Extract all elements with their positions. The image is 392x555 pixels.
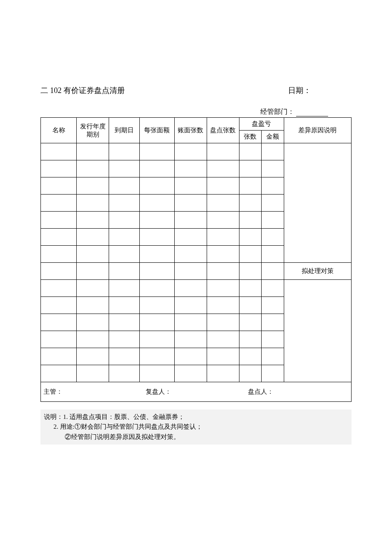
countermeasure-cell (284, 280, 351, 382)
note-line-2: 2. 用途:①财会部门与经管部门共同盘点及共同签认； (44, 422, 348, 432)
table-row (41, 143, 352, 160)
col-due-date: 到期日 (109, 118, 140, 143)
reviewer-label: 复盘人： (146, 388, 248, 396)
supervisor-label: 主管： (43, 388, 146, 396)
col-gl-amount: 金额 (262, 131, 284, 143)
col-book-count: 账面张数 (174, 118, 207, 143)
department-label: 经管部门： (260, 108, 294, 115)
date-label: 日期： (288, 85, 311, 96)
department-underline (296, 116, 328, 116)
col-issue-period: 发行年度期别 (77, 118, 109, 143)
variance-reason-cell (284, 143, 351, 263)
page-title: 二 102 有价证券盘点清册 (40, 85, 125, 96)
counter-label: 盘点人： (248, 388, 350, 396)
col-name: 名称 (41, 118, 77, 143)
col-actual-count: 盘点张数 (207, 118, 239, 143)
col-face-value: 每张面额 (139, 118, 174, 143)
notes-block: 说明：1. 适用盘点项目：股票、公债、金融票券； 2. 用途:①财会部门与经管部… (40, 410, 352, 445)
signature-row: 主管： 复盘人： 盘点人： (41, 382, 352, 402)
table-row: 拟处理对策 (41, 263, 352, 280)
col-gl-count: 张数 (239, 131, 262, 143)
table-row (41, 280, 352, 297)
inventory-table: 名称 发行年度期别 到期日 每张面额 账面张数 盘点张数 盘盈亏 差异原因说明 … (40, 117, 352, 402)
countermeasure-label-cell: 拟处理对策 (284, 263, 351, 280)
note-line-1: 说明：1. 适用盘点项目：股票、公债、金融票券； (44, 412, 348, 422)
col-gain-loss: 盘盈亏 (239, 118, 284, 131)
note-line-3: ②经管部门说明差异原因及拟处理对策。 (44, 432, 348, 442)
col-variance-reason: 差异原因说明 (284, 118, 351, 143)
